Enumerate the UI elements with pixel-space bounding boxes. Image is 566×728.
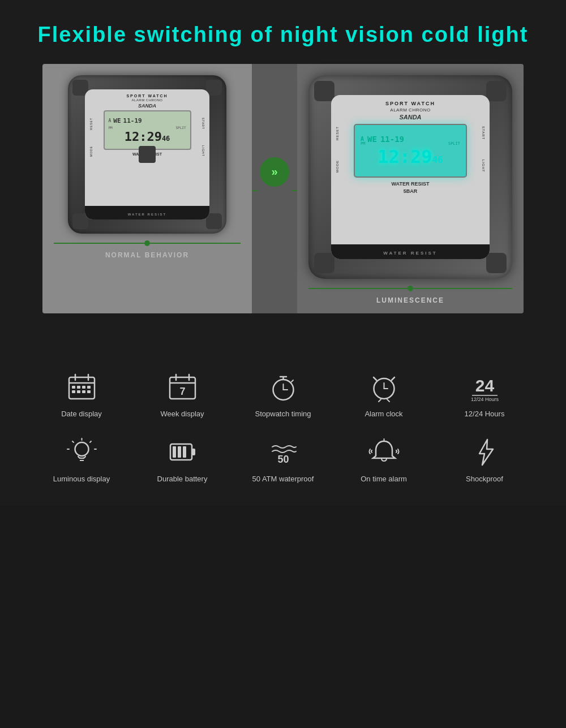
page-header: Flexible switching of night vision cold … (0, 0, 566, 58)
mode-label: MODE (89, 146, 93, 157)
arrow-connector: » (252, 64, 297, 313)
svg-point-33 (75, 442, 88, 456)
split-label-lg: SPLIT (448, 141, 460, 146)
watch-face-luminous: RESET MODE START LIGHT SPORT WATCH ALARM… (331, 95, 490, 259)
features-row-1: Date display 7 Week display (34, 370, 532, 418)
svg-rect-4 (72, 386, 75, 389)
feature-battery: Durable battery (135, 435, 230, 483)
svg-rect-11 (87, 390, 91, 393)
battery-label: Durable battery (157, 475, 208, 483)
time-display-lg: 12:29 (378, 146, 432, 167)
features-row-2: Luminous display Durable battery (34, 435, 532, 483)
svg-line-22 (291, 380, 293, 382)
light-label-lg: LIGHT (482, 160, 485, 173)
feature-waterproof: 50 50 ATM waterproof (235, 435, 331, 483)
features-section: Date display 7 Week display (0, 347, 566, 506)
comparison-section: RESET MODE START LIGHT SPORT WATCH ALARM… (0, 58, 566, 313)
panel-normal: RESET MODE START LIGHT SPORT WATCH ALARM… (42, 64, 252, 313)
start-label: START (201, 118, 205, 130)
calendar7-icon: 7 (165, 370, 199, 404)
normal-label: NORMAL BEHAVIOR (105, 249, 189, 260)
svg-rect-9 (77, 390, 80, 393)
watch-luminous: RESET MODE START LIGHT SPORT WATCH ALARM… (308, 75, 512, 279)
bottom-band-large: WATER RESIST (331, 244, 490, 259)
feature-luminous: Luminous display (34, 435, 129, 483)
24hours-icon: 24 12/24 Hours (468, 370, 501, 404)
split-label: SPLIT (175, 126, 186, 130)
light-label: LIGHT (201, 145, 205, 157)
bell-icon (367, 435, 401, 469)
watch-face-normal: RESET MODE START LIGHT SPORT WATCH ALARM… (85, 89, 209, 219)
sanda-large: SANDA (385, 113, 435, 121)
svg-text:50: 50 (277, 454, 289, 465)
bottom-band-small: WATER RESIST (85, 206, 209, 219)
brand-top-small: SPORT WATCH (126, 94, 168, 98)
arrow-button: » (260, 157, 289, 187)
svg-rect-5 (77, 386, 80, 389)
shockproof-label: Shockproof (466, 475, 503, 483)
svg-rect-7 (87, 386, 91, 389)
alarm-chrono-large: ALARM CHRONO (385, 107, 435, 113)
svg-rect-45 (183, 446, 186, 458)
bulb-icon (65, 435, 98, 469)
5bar-large: 5BAR (392, 188, 430, 195)
svg-rect-8 (72, 390, 75, 393)
lcd-normal: A WE 11-19 PM SPLIT 12:29 46 (104, 110, 191, 150)
svg-line-27 (392, 377, 395, 380)
water-resist-band-large: WATER RESIST (383, 251, 437, 256)
svg-line-39 (90, 441, 91, 442)
svg-text:24: 24 (475, 376, 494, 395)
battery-icon (165, 435, 199, 469)
svg-line-37 (72, 441, 74, 442)
reset-label: RESET (89, 118, 93, 130)
pm-label: PM (109, 126, 113, 130)
svg-rect-44 (178, 446, 181, 458)
week-display-label: Week display (160, 410, 204, 418)
water-resist-small: WATER RESIST (132, 152, 162, 157)
lightning-icon (468, 435, 501, 469)
luminous-label: Luminous display (53, 475, 110, 483)
waterproof50-icon: 50 (266, 435, 300, 469)
panel-luminescence: RESET MODE START LIGHT SPORT WATCH ALARM… (297, 64, 524, 313)
feature-alarm-clock: Alarm clock (336, 370, 431, 418)
svg-line-28 (379, 399, 381, 402)
waterproof-label: 50 ATM waterproof (252, 475, 314, 483)
svg-text:12/24 Hours: 12/24 Hours (470, 397, 499, 402)
on-time-alarm-label: On time alarm (361, 475, 407, 483)
feature-hours: 24 12/24 Hours 12/24 Hours (437, 370, 532, 418)
watch-normal: RESET MODE START LIGHT SPORT WATCH ALARM… (68, 75, 226, 234)
water-resist-large: WATER RESIST (392, 180, 430, 188)
feature-stopwatch: Stopwatch timing (235, 370, 331, 418)
luminescence-label: LUMINESCENCE (376, 295, 444, 305)
svg-text:7: 7 (179, 386, 185, 397)
reset-label-lg: RESET (336, 126, 339, 140)
alarm-icon (367, 370, 401, 404)
time-display: 12:29 (125, 130, 162, 144)
alarm-chrono-small: ALARM CHRONO (126, 98, 168, 102)
day-display: WE (113, 117, 121, 124)
feature-on-time-alarm: On time alarm (336, 435, 431, 483)
calendar-icon (65, 370, 98, 404)
progress-left (51, 234, 243, 246)
sanda-small: SANDA (126, 103, 168, 109)
alarm-clock-label: Alarm clock (365, 410, 402, 418)
hours-label: 12/24 Hours (465, 410, 505, 418)
alarm-indicator: A (109, 118, 112, 123)
mode-label-lg: MODE (336, 160, 339, 173)
pm-label-lg: PM (361, 141, 365, 146)
svg-rect-42 (192, 449, 195, 455)
svg-line-26 (374, 377, 376, 380)
feature-shockproof: Shockproof (437, 435, 532, 483)
stopwatch-icon (266, 370, 300, 404)
stopwatch-label: Stopwatch timing (255, 410, 311, 418)
svg-rect-6 (82, 386, 85, 389)
date-display-label: Date display (61, 410, 102, 418)
progress-right (306, 279, 515, 291)
seconds-display-lg: 46 (432, 154, 443, 165)
svg-rect-10 (82, 390, 85, 393)
start-label-lg: START (482, 126, 485, 140)
water-resist-band-small: WATER RESIST (128, 213, 167, 216)
brand-top-large: SPORT WATCH (385, 101, 435, 107)
svg-line-29 (387, 399, 389, 402)
5bar-small: 5BAR (132, 157, 162, 162)
